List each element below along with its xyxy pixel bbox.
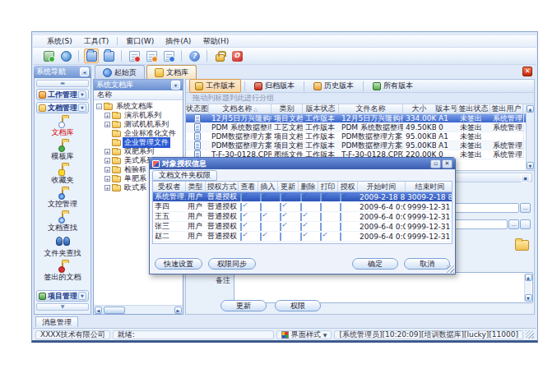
network-button[interactable] <box>58 48 73 63</box>
insert-checkbox[interactable] <box>260 223 262 231</box>
print-checkbox[interactable] <box>320 213 322 221</box>
report-delete-button[interactable] <box>127 48 142 63</box>
table-vertical-scrollbar[interactable]: ▲ ▼ <box>526 104 534 170</box>
delete-checkbox[interactable] <box>300 193 302 201</box>
dialog-restore-button[interactable]: ▫ <box>430 159 441 168</box>
tree-horizontal-scrollbar[interactable]: ◀ ▶ <box>94 305 183 314</box>
column-end-time[interactable]: 结束时间 <box>406 182 452 191</box>
column-delete[interactable]: 删除 <box>299 182 318 191</box>
view-checkbox[interactable] <box>240 193 242 201</box>
scroll-down-icon[interactable]: ▼ <box>525 294 532 302</box>
view-checkbox[interactable] <box>240 233 242 241</box>
update-checkbox[interactable] <box>280 223 281 231</box>
history-version-button[interactable]: 历史版本 <box>308 79 360 93</box>
column-version-state[interactable]: 版本状态 <box>303 104 339 113</box>
column-authorize[interactable]: 授权 <box>338 182 358 191</box>
column-checkout-user[interactable]: 签出用户 <box>490 104 523 113</box>
column-mode[interactable]: 授权方式 <box>206 182 239 191</box>
group-by-bar[interactable]: 拖动列标题到此进行分组 <box>186 93 534 104</box>
tab-home[interactable]: 起始页 <box>95 65 145 79</box>
expand-toggle-icon[interactable]: + <box>104 176 110 182</box>
column-category[interactable]: 类别 <box>272 104 303 113</box>
ui-style-selector[interactable]: 界面样式 ▼ <box>276 330 332 339</box>
update-checkbox[interactable] <box>280 233 281 241</box>
column-view[interactable]: 查看 <box>239 182 258 191</box>
expand-toggle-icon[interactable]: + <box>104 185 110 191</box>
column-update[interactable]: 更新 <box>278 182 299 191</box>
authorize-checkbox[interactable] <box>340 193 341 201</box>
detail-pin-icon[interactable]: ▪ <box>521 173 530 182</box>
permission-sync-button[interactable]: 权限同步 <box>208 258 256 270</box>
scroll-right-icon[interactable]: ▶ <box>174 307 182 314</box>
chevron-down-icon[interactable]: ▼ <box>78 292 86 300</box>
lock-button[interactable] <box>212 48 227 63</box>
exit-button[interactable]: O <box>230 48 244 63</box>
menu-system[interactable]: 系统(S) <box>41 35 78 48</box>
scroll-up-icon[interactable]: ▲ <box>527 105 534 113</box>
nav-pin-icon[interactable]: ◂ <box>80 67 89 76</box>
sidebar-item-doc-search[interactable]: 文档查找 <box>36 212 89 234</box>
ellipsis-button[interactable]: … <box>520 203 531 213</box>
view-checkbox[interactable] <box>240 223 242 231</box>
column-print[interactable]: 打印 <box>318 182 338 191</box>
help-button[interactable]: ? <box>187 48 202 63</box>
authorize-checkbox[interactable] <box>340 203 341 211</box>
cancel-button[interactable]: 取消 <box>404 258 450 270</box>
small-button[interactable] <box>520 219 531 229</box>
open-library-button[interactable] <box>84 48 99 63</box>
delete-checkbox[interactable] <box>300 223 302 231</box>
column-size[interactable]: 大小 <box>403 104 436 113</box>
dialog-close-button[interactable]: ✕ <box>442 159 452 168</box>
delete-checkbox[interactable] <box>300 233 302 241</box>
column-doc-name[interactable]: 文档名称△ <box>209 104 272 113</box>
tree-column-header[interactable]: 名称 <box>94 90 183 100</box>
library-button[interactable] <box>101 48 116 63</box>
scroll-up-icon[interactable]: ▲ <box>525 274 532 281</box>
open-folder-button[interactable] <box>515 240 529 251</box>
column-type[interactable]: 类型 <box>186 182 206 191</box>
report-flag-button[interactable] <box>161 48 176 63</box>
remark-scrollbar[interactable]: ▲ ▼ <box>524 274 531 302</box>
column-file-name[interactable]: 文件名称 <box>339 104 403 113</box>
working-version-button[interactable]: 工作版本 <box>189 79 241 93</box>
pin-icon[interactable]: ▾ <box>171 81 180 90</box>
sidebar-item-checked-out-docs[interactable]: 签出的文档 <box>36 261 89 284</box>
sidebar-item-favorites[interactable]: 收藏夹 <box>36 164 89 187</box>
permission-button[interactable]: 权限 <box>275 300 321 311</box>
update-checkbox[interactable] <box>280 213 281 221</box>
expand-toggle-icon[interactable]: + <box>104 113 110 118</box>
detail-input[interactable] <box>452 203 519 213</box>
update-button[interactable]: 更新 <box>220 300 267 311</box>
column-version[interactable]: 版本号 <box>436 104 457 113</box>
scroll-left-icon[interactable]: ◀ <box>95 307 102 314</box>
authorize-checkbox[interactable] <box>340 233 341 241</box>
nav-section-project[interactable]: 项目管理 ▼ <box>36 290 89 302</box>
view-checkbox[interactable] <box>240 203 242 211</box>
dialog-tab-folder-permissions[interactable]: 文档文件夹权限 <box>152 170 217 181</box>
nav-expand-icon[interactable]: ▼ <box>36 303 89 311</box>
authorize-checkbox[interactable] <box>340 223 341 231</box>
insert-checkbox[interactable] <box>260 193 262 201</box>
print-checkbox[interactable] <box>320 223 322 231</box>
archived-version-button[interactable]: 归档版本 <box>248 79 300 93</box>
print-checkbox[interactable] <box>320 203 322 211</box>
column-checkout-state[interactable]: 签出状态 <box>457 104 490 113</box>
column-insert[interactable]: 插入 <box>258 182 278 191</box>
menu-tools[interactable]: 工具(T) <box>78 35 115 48</box>
menu-plugins[interactable]: 插件(A) <box>160 35 197 48</box>
sidebar-item-doc-control[interactable]: 文控管理 <box>36 188 89 210</box>
view-checkbox[interactable] <box>240 213 242 221</box>
delete-checkbox[interactable] <box>300 203 302 211</box>
expand-toggle-icon[interactable]: + <box>104 167 110 173</box>
sidebar-item-template-library[interactable]: 模板库 <box>36 141 89 163</box>
report-view-button[interactable] <box>144 48 159 63</box>
print-checkbox[interactable] <box>320 233 322 241</box>
remark-textarea[interactable]: ▲ ▼ <box>234 272 533 303</box>
workstation-button[interactable] <box>41 48 56 63</box>
resize-grip[interactable] <box>526 330 534 339</box>
chevron-down-icon[interactable]: ▼ <box>78 90 86 99</box>
update-checkbox[interactable] <box>280 193 281 201</box>
menu-window[interactable]: 窗口(W) <box>120 35 160 48</box>
sidebar-item-document-library[interactable]: 文档库 <box>36 117 89 139</box>
expand-toggle-icon[interactable]: + <box>104 149 110 154</box>
